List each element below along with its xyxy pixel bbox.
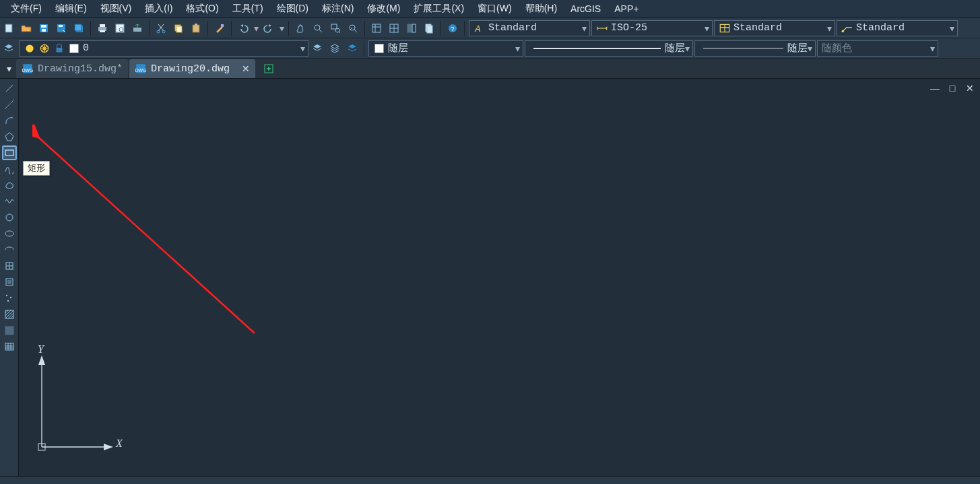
paste-icon[interactable] [188,20,204,36]
menu-view[interactable]: 视图(V) [94,1,139,16]
layer-combo[interactable]: 0 ▾ [19,40,308,57]
redo-dropdown-icon[interactable]: ▾ [277,23,286,34]
menu-modify[interactable]: 修改(M) [360,1,407,16]
svg-marker-61 [38,355,45,365]
line-tool[interactable] [2,81,17,96]
open-icon[interactable] [18,20,34,36]
polygon-tool[interactable] [2,129,17,144]
svg-marker-46 [5,133,13,141]
menu-format[interactable]: 格式(O) [179,1,225,16]
zoom-icon[interactable] [310,20,326,36]
minimize-icon[interactable]: — [929,83,941,94]
xline-tool[interactable] [2,97,17,112]
chevron-down-icon: ▾ [582,23,587,34]
svg-rect-10 [100,30,105,32]
print-preview-icon[interactable] [112,20,128,36]
designcenter-icon[interactable] [386,20,402,36]
circle-tool[interactable] [2,210,17,225]
wave-tool[interactable] [2,194,17,209]
lineweight-combo[interactable]: 随层 ▾ [694,40,816,57]
maximize-icon[interactable]: □ [946,83,958,94]
text-style-combo[interactable]: A Standard ▾ [469,20,590,36]
ellipse-arc-tool[interactable] [2,242,17,257]
layer-state-icon[interactable] [327,40,343,57]
redo-icon[interactable] [261,20,277,36]
mleader-style-combo[interactable]: Standard ▾ [837,20,958,36]
zoom-previous-icon[interactable] [345,20,361,36]
svg-point-36 [26,44,33,52]
new-icon[interactable] [1,20,17,36]
svg-text:DWG: DWG [135,68,147,73]
svg-rect-0 [5,24,12,32]
spline-tool[interactable] [2,162,17,176]
region-tool[interactable] [2,323,17,338]
copy-icon[interactable] [170,20,187,36]
menu-insert[interactable]: 插入(I) [138,1,179,16]
menu-edit[interactable]: 编辑(E) [48,1,94,16]
hatch-tool[interactable] [2,307,17,322]
menu-help[interactable]: 帮助(H) [519,1,564,16]
menu-window[interactable]: 窗口(W) [471,1,519,16]
layout-tab-bar [0,476,980,484]
svg-line-44 [6,85,13,92]
menu-file[interactable]: 文件(F) [4,1,48,16]
zoom-window-icon[interactable] [327,20,344,36]
document-tab-active[interactable]: DWG Drawing20.dwg ✕ [129,59,255,78]
svg-rect-7 [75,24,81,31]
text-style-icon: A [473,22,486,34]
layer-iso-icon[interactable] [344,40,360,57]
menu-appplus[interactable]: APP+ [608,2,645,15]
publish-icon[interactable] [129,20,145,36]
svg-rect-25 [372,24,381,32]
menu-tools[interactable]: 工具(T) [226,1,270,16]
svg-rect-58 [5,343,13,350]
svg-rect-47 [5,150,13,155]
separator [207,21,208,36]
saveas-icon[interactable] [53,20,69,36]
revcloud-tool[interactable] [2,178,17,193]
rectangle-tool[interactable] [2,145,17,160]
make-block-tool[interactable] [2,275,17,289]
svg-point-48 [6,214,13,221]
sheetset-icon[interactable] [421,20,437,36]
close-icon[interactable]: ✕ [242,63,250,74]
matchprop-icon[interactable] [211,20,228,36]
point-tool[interactable] [2,291,17,306]
save-icon[interactable] [36,20,52,36]
separator [288,21,289,36]
saveall-icon[interactable] [71,20,87,36]
help-icon[interactable]: ? [445,20,461,36]
tab-overflow-icon[interactable]: ▾ [1,59,16,78]
document-tab[interactable]: DWG Drawing15.dwg* [16,59,128,78]
dim-style-combo[interactable]: ISO-25 ▾ [591,20,713,36]
menu-dim[interactable]: 标注(N) [315,1,360,16]
separator [364,41,364,56]
new-tab-button[interactable] [259,59,278,78]
undo-icon[interactable] [235,20,251,36]
table-style-combo[interactable]: Standard ▾ [714,20,835,36]
chevron-down-icon: ▾ [685,43,690,54]
ellipse-tool[interactable] [2,226,17,241]
linetype-combo[interactable]: 随层 ▾ [525,40,693,57]
color-combo[interactable]: 随层 ▾ [368,40,523,57]
undo-dropdown-icon[interactable]: ▾ [252,23,260,34]
arc-tool[interactable] [2,113,17,128]
svg-rect-18 [193,25,199,32]
pan-icon[interactable] [292,20,308,36]
properties-icon[interactable] [368,20,385,36]
menu-draw[interactable]: 绘图(D) [270,1,315,16]
menu-express[interactable]: 扩展工具(X) [407,1,471,16]
close-icon[interactable]: ✕ [964,83,976,94]
print-icon[interactable] [94,20,110,36]
plotstyle-combo[interactable]: 随颜色 ▾ [817,40,938,57]
menu-arcgis[interactable]: ArcGIS [564,2,608,15]
layer-prev-icon[interactable] [309,40,325,57]
cut-icon[interactable] [153,20,169,36]
drawing-canvas[interactable]: — □ ✕ 矩形 Y X [19,79,980,476]
dwg-file-icon: DWG [22,63,34,75]
svg-point-35 [842,30,844,32]
tool-palettes-icon[interactable] [403,20,420,36]
layer-properties-icon[interactable] [1,40,17,57]
table-tool[interactable] [2,339,17,354]
insert-block-tool[interactable] [2,258,17,273]
